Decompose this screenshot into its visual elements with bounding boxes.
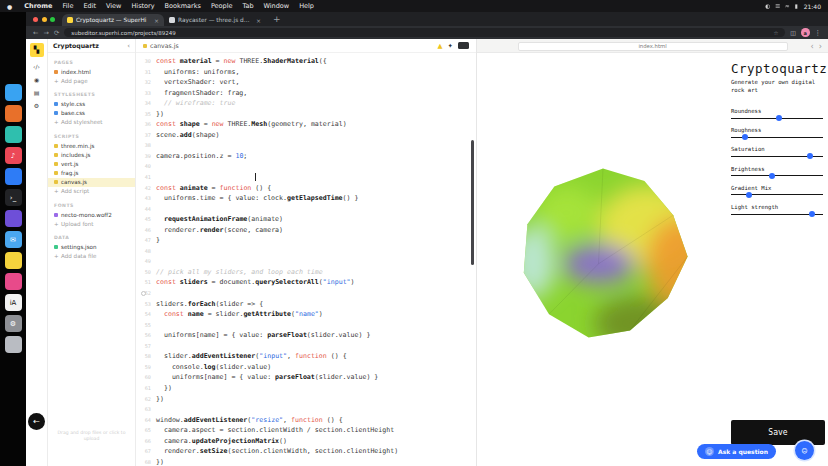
add-file-button[interactable]: +Add page (48, 76, 135, 85)
collapse-panel-icon[interactable]: ‹ (127, 42, 130, 50)
code-line[interactable]: 36const shape = new THREE.Mesh(geometry,… (136, 119, 476, 130)
zoom-window-button[interactable] (50, 17, 55, 22)
code-line[interactable]: 38 (136, 140, 476, 151)
code-line[interactable]: 43 uniforms.time = { value: clock.getEla… (136, 193, 476, 204)
file-item[interactable]: frag.js (48, 169, 135, 178)
minimize-window-button[interactable] (42, 17, 47, 22)
menu-window[interactable]: Window (259, 2, 295, 10)
slider-thumb[interactable] (807, 153, 813, 159)
superhi-logo-icon[interactable]: ▚ (30, 43, 44, 57)
file-item[interactable]: style.css (48, 99, 135, 108)
code-line[interactable]: 42const animate = function () { (136, 183, 476, 194)
apple-menu-icon[interactable]: ● (0, 3, 19, 10)
new-tab-button[interactable]: + (266, 14, 288, 24)
code-line[interactable]: 66 camera.updateProjectionMatrix() (136, 436, 476, 447)
chat-launcher-button[interactable]: ☺ (795, 441, 814, 460)
dock-mail-icon[interactable]: ✉ (5, 231, 22, 248)
code-body[interactable]: 30const material = new THREE.ShaderMater… (136, 53, 476, 466)
file-item[interactable]: settings.json (48, 242, 135, 251)
code-line[interactable]: 30const material = new THREE.ShaderMater… (136, 56, 476, 67)
eye-icon[interactable]: ◉ (34, 76, 39, 83)
file-item[interactable]: includes.js (48, 150, 135, 159)
code-line[interactable]: 57 (136, 341, 476, 352)
slider-track[interactable] (731, 194, 823, 195)
code-line[interactable]: 65 camera.aspect = section.clientWidth /… (136, 425, 476, 436)
slider-thumb[interactable] (746, 192, 752, 198)
layers-icon[interactable]: ▤ (34, 89, 40, 96)
code-line[interactable]: 41 (136, 172, 476, 183)
menu-view[interactable]: View (101, 2, 126, 10)
chat-widget[interactable]: ☺ Ask a question (697, 444, 776, 459)
slider-track[interactable] (731, 214, 823, 215)
close-window-button[interactable] (33, 17, 38, 22)
file-item[interactable]: necto-mono.woff2 (48, 210, 135, 219)
save-button[interactable]: Save (731, 420, 825, 445)
warning-icon[interactable]: ▲ (438, 42, 443, 50)
dock-finder-icon[interactable] (5, 84, 22, 101)
menu-edit[interactable]: Edit (78, 2, 101, 10)
code-line[interactable]: 62}) (136, 394, 476, 405)
slider-thumb[interactable] (809, 211, 815, 217)
editor-scrollbar[interactable] (471, 140, 474, 265)
code-icon[interactable]: ‹/› (33, 63, 40, 70)
code-line[interactable]: 44 (136, 204, 476, 215)
upload-dropzone[interactable]: Drag and drop files or click to upload (53, 430, 130, 442)
gutter-marker-icon[interactable] (141, 291, 146, 296)
file-item[interactable]: index.html (48, 67, 135, 76)
code-line[interactable]: 58 slider.addEventListener("input", func… (136, 351, 476, 362)
dock-app-store-icon[interactable] (5, 168, 22, 185)
reload-icon[interactable]: ⟳ (54, 29, 59, 37)
slider-track[interactable] (731, 175, 823, 176)
code-line[interactable]: 46 renderer.render(scene, camera) (136, 225, 476, 236)
code-line[interactable]: 39camera.position.z = 10; (136, 151, 476, 162)
menu-history[interactable]: History (126, 2, 159, 10)
dock-terminal-icon[interactable]: ›_ (5, 189, 22, 206)
file-item[interactable]: vert.js (48, 159, 135, 168)
file-item[interactable]: canvas.js (48, 178, 135, 187)
code-line[interactable]: 67 renderer.setSize(section.clientWidth,… (136, 446, 476, 457)
extensions-icon[interactable]: ◫ (790, 29, 796, 36)
tab-close-icon[interactable]: × (154, 17, 159, 24)
code-line[interactable]: 63 (136, 404, 476, 415)
code-line[interactable]: 33 fragmentShader: frag, (136, 88, 476, 99)
dock-music-icon[interactable]: ♪ (5, 147, 22, 164)
menu-people[interactable]: People (206, 2, 238, 10)
code-line[interactable]: 40 (136, 161, 476, 172)
back-fab-button[interactable]: ← (28, 413, 45, 430)
add-file-button[interactable]: +Upload font (48, 219, 135, 228)
code-line[interactable]: 49 (136, 256, 476, 267)
slider-track[interactable] (731, 156, 823, 157)
tab-close-icon[interactable]: × (256, 17, 261, 24)
code-line[interactable]: 60 uniforms[name] = { value: parseFloat(… (136, 372, 476, 383)
dock-photos-icon[interactable] (5, 252, 22, 269)
file-item[interactable]: three.min.js (48, 141, 135, 150)
code-line[interactable]: 50// pick all my sliders, and loop each … (136, 267, 476, 278)
code-line[interactable]: 54 const name = slider.getAttribute("nam… (136, 309, 476, 320)
dock-teal-app-icon[interactable] (5, 126, 22, 143)
code-line[interactable]: 55 (136, 320, 476, 331)
code-line[interactable]: 31 uniforms: uniforms, (136, 67, 476, 78)
code-line[interactable]: 45 requestAnimationFrame(animate) (136, 214, 476, 225)
code-line[interactable]: 59 console.log(slider.value) (136, 362, 476, 373)
code-line[interactable]: 48 (136, 246, 476, 257)
dock-ia-writer-icon[interactable]: iA (5, 294, 22, 311)
profile-avatar[interactable]: a (801, 28, 810, 37)
slider-track[interactable] (731, 137, 823, 138)
code-line[interactable]: 52 (136, 288, 476, 299)
menu-chrome[interactable]: Chrome (19, 2, 57, 10)
bookmark-star-icon[interactable]: ☆ (773, 30, 778, 36)
dock-trash-icon[interactable] (5, 336, 22, 353)
forward-icon[interactable]: → (43, 29, 48, 37)
code-line[interactable]: 56 uniforms[name] = { value: parseFloat(… (136, 330, 476, 341)
preview-address[interactable]: index.html (518, 42, 788, 51)
slider-track[interactable] (731, 118, 823, 119)
file-item[interactable]: base.css (48, 109, 135, 118)
menu-help[interactable]: Help (294, 2, 319, 10)
preview-forward-icon[interactable]: › (819, 42, 822, 51)
dock-pink-app-icon[interactable] (5, 273, 22, 290)
code-line[interactable]: 34 // wireframe: true (136, 98, 476, 109)
dock-firefox-icon[interactable] (5, 105, 22, 122)
add-file-button[interactable]: +Add script (48, 187, 135, 196)
code-line[interactable]: 64window.addEventListener("resize", func… (136, 415, 476, 426)
code-line[interactable]: 61 }) (136, 383, 476, 394)
